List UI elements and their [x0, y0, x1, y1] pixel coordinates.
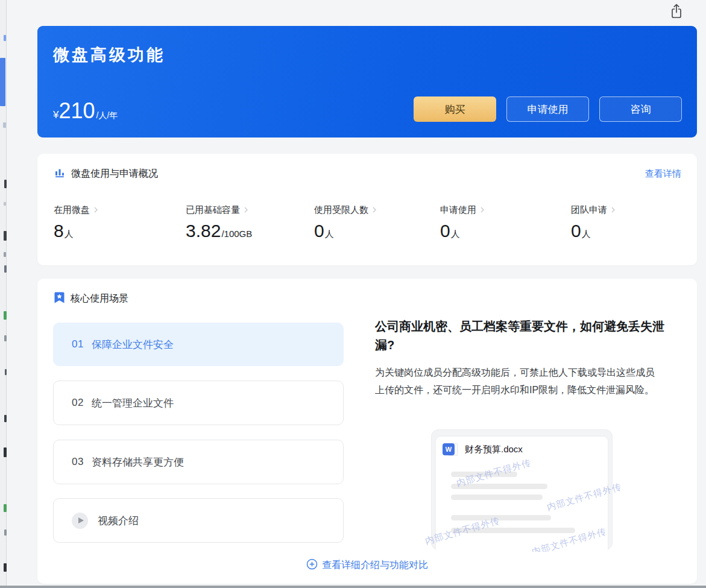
compare-features-label: 查看详细介绍与功能对比 [322, 559, 428, 572]
stat-value: 0 [440, 222, 450, 240]
apply-button[interactable]: 申请使用 [506, 96, 589, 122]
stat-label: 在用微盘 [54, 204, 90, 216]
chevron-right-icon [93, 205, 98, 215]
window-fragment [4, 35, 6, 41]
background-window-edge [0, 0, 7, 588]
scenario-detail-body: 为关键岗位成员分配高级功能后，可禁止他人下载或导出这些成员上传的文件，还可统一开… [375, 364, 663, 399]
stat-label: 团队申请 [571, 204, 607, 216]
stat-value: 3.82 [186, 222, 221, 240]
price-value: 210 [58, 100, 95, 122]
window-fragment [5, 369, 7, 375]
share-button[interactable] [666, 2, 687, 22]
stat-value: 0 [314, 222, 324, 240]
window-fragment [4, 311, 7, 320]
consult-button[interactable]: 咨询 [599, 96, 682, 122]
document-filename: 财务预算.docx [465, 444, 523, 455]
compare-features-link[interactable]: 查看详细介绍与功能对比 [37, 558, 697, 572]
stat-suffix: 人 [65, 229, 74, 240]
scenario-number: 01 [72, 338, 84, 350]
window-fragment [4, 202, 6, 206]
window-fragment [4, 447, 7, 457]
stat-value: 8 [54, 222, 64, 240]
text-line-placeholder [451, 515, 551, 520]
window-fragment [3, 122, 6, 128]
chevron-right-icon [480, 205, 485, 215]
scenario-number: 02 [72, 397, 84, 409]
banner-actions: 购买 申请使用 咨询 [414, 96, 682, 122]
window-fragment [4, 530, 7, 536]
price-unit: /人/年 [96, 110, 118, 121]
stat-label: 申请使用 [440, 204, 476, 216]
chevron-right-icon [244, 205, 248, 215]
bar-chart-icon [54, 167, 65, 180]
stat-suffix: 人 [325, 229, 334, 240]
scenarios-card-header: 核心使用场景 [54, 292, 128, 306]
share-export-icon [669, 3, 684, 21]
stat-label: 使用受限人数 [314, 204, 368, 216]
video-intro-item[interactable]: 视频介绍 [53, 498, 344, 543]
stat-active-drives[interactable]: 在用微盘 8 人 [54, 204, 98, 240]
scenario-label: 统一管理企业文件 [92, 396, 174, 410]
stat-suffix: 人 [451, 229, 460, 240]
window-fragment [4, 231, 7, 241]
window-fragment [4, 265, 7, 273]
window-fragment [0, 58, 5, 106]
play-icon [72, 513, 88, 529]
price-currency: ¥ [53, 109, 58, 121]
window-fragment [4, 335, 7, 341]
scenario-item-3[interactable]: 03 资料存储共享更方便 [53, 440, 344, 484]
scenario-detail-heading: 公司商业机密、员工档案等重要文件，如何避免丢失泄漏? [375, 317, 667, 355]
window-fragment [4, 252, 6, 257]
stat-suffix: /100GB [221, 229, 252, 239]
stat-suffix: 人 [582, 229, 591, 240]
buy-button[interactable]: 购买 [414, 96, 496, 122]
stat-label: 已用基础容量 [186, 204, 240, 216]
scenario-label: 保障企业文件安全 [92, 338, 174, 352]
scenario-number: 03 [72, 456, 84, 468]
window-fragment [4, 415, 7, 422]
bookmark-star-icon [54, 292, 65, 306]
core-scenarios-card: 核心使用场景 01 保障企业文件安全 02 统一管理企业文件 03 资料存储共享… [37, 279, 697, 584]
chevron-right-icon [372, 205, 377, 215]
circle-plus-icon [306, 558, 318, 572]
chevron-right-icon [611, 205, 616, 215]
premium-banner: 微盘高级功能 ¥ 210 /人/年 购买 申请使用 咨询 [37, 26, 697, 138]
usage-card-header: 微盘使用与申请概况 [54, 167, 158, 180]
view-details-link[interactable]: 查看详情 [645, 168, 681, 180]
scenario-label: 资料存储共享更方便 [92, 455, 184, 469]
stat-apply-usage[interactable]: 申请使用 0 人 [440, 204, 485, 240]
stat-value: 0 [571, 222, 581, 240]
window-fragment [4, 180, 7, 188]
scenarios-card-title: 核心使用场景 [71, 292, 128, 305]
scenario-item-2[interactable]: 02 统一管理企业文件 [53, 381, 344, 425]
usage-overview-card: 微盘使用与申请概况 查看详情 在用微盘 8 人 已用基础容量 3.82 /100… [37, 154, 697, 265]
window-fragment [4, 504, 7, 512]
window-bottom-edge [0, 586, 706, 588]
stat-team-apply[interactable]: 团队申请 0 人 [571, 204, 616, 240]
word-document-icon: W [443, 443, 459, 457]
document-preview: W 财务预算.docx 内部文件不得外传 内部文件不得外传 内部文件不得外传 内… [416, 425, 636, 552]
wedrive-premium-page: 微盘高级功能 ¥ 210 /人/年 购买 申请使用 咨询 微盘使用与申请概况 [0, 0, 706, 588]
usage-card-title: 微盘使用与申请概况 [71, 168, 158, 180]
text-line-placeholder [451, 495, 543, 500]
page-title: 微盘高级功能 [53, 44, 165, 66]
price: ¥ 210 /人/年 [53, 100, 118, 122]
window-fragment [4, 563, 7, 572]
stat-used-capacity[interactable]: 已用基础容量 3.82 /100GB [186, 204, 252, 240]
stat-restricted-users[interactable]: 使用受限人数 0 人 [314, 204, 377, 240]
scenario-item-1[interactable]: 01 保障企业文件安全 [53, 323, 344, 366]
video-intro-label: 视频介绍 [98, 514, 139, 528]
